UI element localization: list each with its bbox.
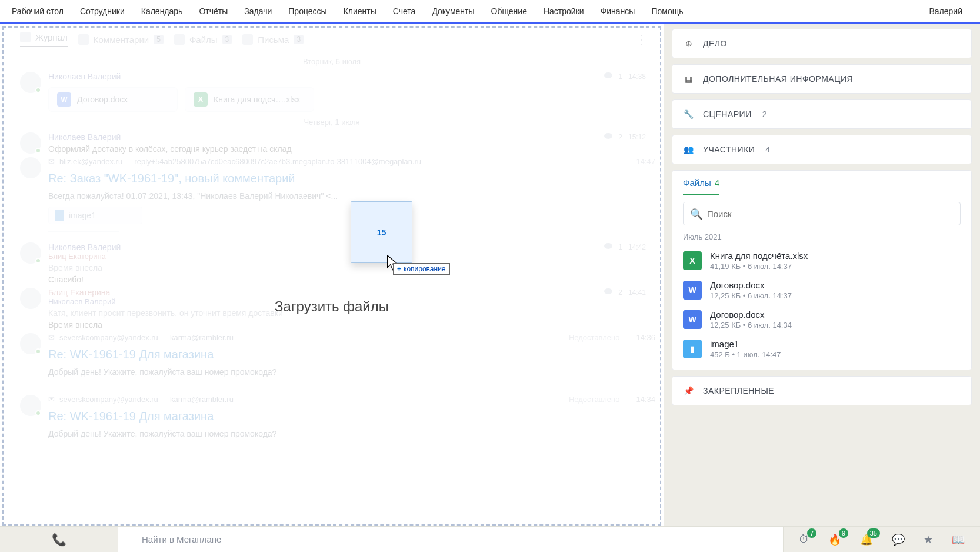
nav-tasks[interactable]: Задачи bbox=[244, 6, 272, 16]
author-name[interactable]: Блиц Екатерина bbox=[48, 288, 110, 297]
notifications-button[interactable]: 🔔35 bbox=[860, 533, 873, 546]
avatar[interactable] bbox=[20, 132, 41, 154]
avatar[interactable] bbox=[20, 157, 41, 178]
views-count: 2 bbox=[618, 133, 622, 141]
nav-clients[interactable]: Клиенты bbox=[344, 6, 376, 16]
nav-processes[interactable]: Процессы bbox=[288, 6, 326, 16]
email-attachment[interactable]: image1 bbox=[48, 207, 142, 224]
quoted-text: Время внесла bbox=[48, 263, 655, 272]
favorites-button[interactable]: ★ bbox=[924, 533, 933, 546]
message-row: Блиц Екатерина 214:41 Николаев Валерий К… bbox=[8, 288, 655, 330]
avatar[interactable] bbox=[20, 72, 41, 93]
file-name: Договор.docx bbox=[710, 280, 792, 290]
nav-help[interactable]: Помощь bbox=[651, 6, 683, 16]
nav-calendar[interactable]: Календарь bbox=[141, 6, 183, 16]
file-name: Договор.docx bbox=[710, 310, 792, 320]
nav-settings[interactable]: Настройки bbox=[544, 6, 584, 16]
library-button[interactable]: 📖 bbox=[952, 533, 965, 546]
views-count: 1 bbox=[618, 243, 622, 251]
file-name: image1 bbox=[710, 339, 781, 349]
journal-panel: Журнал Комментарии5 Файлы3 Письма3 ⋮ Вто… bbox=[0, 24, 664, 528]
email-body: Добрый день! Укажите, пожалуйста ваш ном… bbox=[48, 367, 655, 377]
email-from: bliz.ek@yandex.ru — reply+54ab2580075a7c… bbox=[59, 157, 421, 166]
tab-journal[interactable]: Журнал bbox=[20, 32, 68, 47]
files-tab[interactable]: Файлы4 bbox=[683, 178, 719, 195]
letters-count: 3 bbox=[294, 35, 304, 44]
author-name[interactable]: Николаев Валерий bbox=[48, 132, 121, 142]
current-user[interactable]: Валерий bbox=[929, 6, 962, 16]
files-card: Файлы4 🔍 Июль 2021 X Книга для подсчёта.… bbox=[672, 170, 972, 370]
nav-chat[interactable]: Общение bbox=[491, 6, 527, 16]
tab-files[interactable]: Файлы3 bbox=[174, 34, 232, 45]
case-card[interactable]: ⊕ДЕЛО bbox=[672, 29, 972, 58]
nav-documents[interactable]: Документы bbox=[432, 6, 474, 16]
file-meta: 12,25 КБ • 6 июл. 14:34 bbox=[710, 321, 792, 330]
search-icon: 🔍 bbox=[690, 208, 703, 221]
extra-info-label: ДОПОЛНИТЕЛЬНАЯ ИНФОРМАЦИЯ bbox=[703, 74, 853, 84]
nav-reports[interactable]: Отчёты bbox=[199, 6, 228, 16]
nav-employees[interactable]: Сотрудники bbox=[80, 6, 125, 16]
excel-file-icon: X bbox=[194, 92, 208, 107]
online-dot-icon bbox=[35, 87, 41, 93]
avatar[interactable] bbox=[20, 242, 41, 264]
nav-desktop[interactable]: Рабочий стол bbox=[12, 6, 64, 16]
people-icon: 👥 bbox=[683, 144, 695, 155]
email-subject[interactable]: Re: WK-1961-19 Для магазина bbox=[48, 410, 655, 423]
top-nav: Рабочий стол Сотрудники Календарь Отчёты… bbox=[0, 0, 980, 22]
hot-button[interactable]: 🔥9 bbox=[828, 533, 841, 546]
tab-letters[interactable]: Письма3 bbox=[242, 34, 304, 45]
attachment-chip[interactable]: WДоговор.docx bbox=[48, 87, 178, 112]
pinned-card[interactable]: 📌ЗАКРЕПЛЕННЫЕ bbox=[672, 376, 972, 405]
tab-files-label: Файлы bbox=[189, 35, 218, 45]
file-item[interactable]: W Договор.docx12,25 КБ • 6 июл. 14:34 bbox=[672, 305, 971, 334]
avatar[interactable] bbox=[20, 333, 41, 354]
comments-icon bbox=[78, 34, 89, 45]
divider bbox=[48, 384, 119, 384]
message-row: Николаев Валерий 114:42 Блиц Екатерина В… bbox=[8, 242, 655, 284]
reply-to: Блиц Екатерина bbox=[48, 252, 655, 261]
attachment-name: Книга для подсч….xlsx bbox=[214, 95, 300, 104]
extra-info-card[interactable]: ▦ДОПОЛНИТЕЛЬНАЯ ИНФОРМАЦИЯ bbox=[672, 64, 972, 94]
author-name[interactable]: Николаев Валерий bbox=[48, 242, 121, 252]
journal-tabs: Журнал Комментарии5 Файлы3 Письма3 ⋮ bbox=[8, 28, 655, 51]
file-item[interactable]: ▮ image1452 Б • 1 июл. 14:47 bbox=[672, 334, 971, 364]
comments-count: 5 bbox=[154, 35, 164, 44]
views-count: 1 bbox=[618, 72, 622, 81]
views-icon bbox=[604, 243, 612, 249]
author-name[interactable]: Николаев Валерий bbox=[48, 72, 121, 81]
avatar[interactable] bbox=[20, 288, 41, 309]
phone-button[interactable]: 📞 bbox=[0, 533, 118, 547]
alerts-button[interactable]: ⏱7 bbox=[799, 533, 809, 546]
phone-icon: 📞 bbox=[52, 533, 66, 547]
tab-comments[interactable]: Комментарии5 bbox=[78, 34, 164, 45]
online-dot-icon bbox=[35, 410, 41, 416]
alerts-badge: 7 bbox=[807, 528, 816, 538]
global-search[interactable]: Найти в Мегаплане bbox=[118, 527, 784, 552]
views-count: 2 bbox=[618, 288, 622, 297]
info-icon: ▦ bbox=[683, 73, 695, 85]
attachment-chip[interactable]: XКнига для подсч….xlsx bbox=[185, 87, 314, 112]
image-file-icon bbox=[55, 210, 64, 221]
files-search-input[interactable] bbox=[683, 202, 961, 225]
chat-button[interactable]: 💬 bbox=[892, 533, 905, 546]
file-item[interactable]: W Договор.docx12,25 КБ • 6 июл. 14:37 bbox=[672, 275, 971, 305]
file-item[interactable]: X Книга для подсчёта.xlsx41,19 КБ • 6 ию… bbox=[672, 246, 971, 275]
email-subject[interactable]: Re: WK-1961-19 Для магазина bbox=[48, 348, 655, 361]
message-row: ✉bliz.ek@yandex.ru — reply+54ab2580075a7… bbox=[8, 157, 655, 239]
online-dot-icon bbox=[35, 258, 41, 264]
message-row: Николаев Валерий 114:38 WДоговор.docx XК… bbox=[8, 72, 655, 112]
views-icon bbox=[604, 72, 612, 78]
email-from: severskcompany@yandex.ru — karma@rambler… bbox=[59, 333, 234, 342]
email-subject[interactable]: Re: Заказ "WK-1961-19", новый комментари… bbox=[48, 172, 655, 185]
word-file-icon: W bbox=[683, 310, 702, 329]
nav-finance[interactable]: Финансы bbox=[601, 6, 635, 16]
files-count: 3 bbox=[222, 35, 232, 44]
avatar[interactable] bbox=[20, 395, 41, 416]
email-status: Недоставлено bbox=[569, 333, 620, 342]
plus-circle-icon: ⊕ bbox=[683, 38, 695, 49]
nav-accounts[interactable]: Счета bbox=[393, 6, 416, 16]
participants-card[interactable]: 👥УЧАСТНИКИ4 bbox=[672, 135, 972, 164]
scenarios-card[interactable]: 🔧СЦЕНАРИИ2 bbox=[672, 99, 972, 129]
message-row: Николаев Валерий 215:12 Оформляй доставк… bbox=[8, 132, 655, 154]
more-menu-icon[interactable]: ⋮ bbox=[635, 32, 647, 46]
